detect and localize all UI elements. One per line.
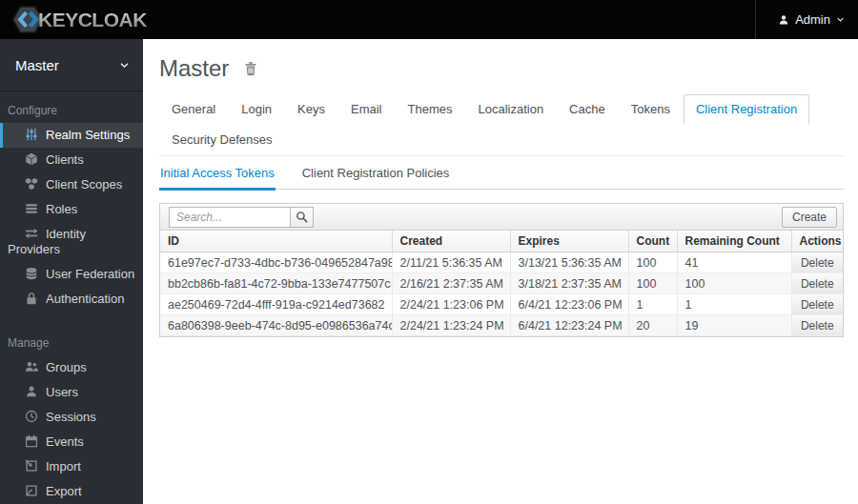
sidebar-item-export[interactable]: Export [0,479,143,504]
sidebar-item-clients[interactable]: Clients [0,148,143,172]
tab-themes[interactable]: Themes [395,94,464,125]
tab-client-registration[interactable]: Client Registration [684,94,809,125]
delete-button[interactable]: Delete [792,315,844,335]
cubes-icon [25,177,38,191]
sidebar-item-label: Client Scopes [46,177,122,192]
table-row: bb2cb86b-fa81-4c72-9bba-133e7477507c2/16… [160,273,843,294]
tab-localization[interactable]: Localization [465,94,556,125]
cell-remaining-count: 100 [677,273,791,294]
column-header-actions: Actions [791,231,843,252]
chevron-down-icon [119,60,130,71]
sidebar-item-groups[interactable]: Groups [0,355,143,380]
sidebar-item-label: Events [46,434,84,449]
sidebar-item-label: Groups [46,360,87,374]
delete-button[interactable]: Delete [792,273,844,293]
cell-remaining-count: 1 [677,294,791,315]
tab-general[interactable]: General [159,94,228,125]
column-header-id: ID [160,231,392,252]
cell-actions: Delete [791,294,843,315]
subtab-initial-access-tokens[interactable]: Initial Access Tokens [159,157,276,191]
sidebar-item-realm-settings[interactable]: Realm Settings [0,123,143,148]
sidebar-item-users[interactable]: Users [0,380,143,405]
sidebar: Master Configure Realm Settings Clients … [0,39,143,504]
table-row: 6a806398-9eeb-474c-8d95-e0986536a74c2/24… [160,315,843,336]
search-icon [296,211,308,223]
table-header-row: IDCreatedExpiresCountRemaining CountActi… [160,231,843,252]
table-row: 61e97ec7-d733-4dbc-b736-049652847a982/11… [160,252,843,273]
tab-keys[interactable]: Keys [285,94,337,125]
delete-button[interactable]: Delete [792,252,844,272]
export-icon [25,484,38,497]
column-header-remaining-count: Remaining Count [677,231,791,252]
sidebar-section: Manage Groups Users Sessions Events Impo… [0,312,143,504]
tab-login[interactable]: Login [229,94,284,125]
sidebar-item-label: Roles [46,202,77,216]
tab-tokens[interactable]: Tokens [619,94,683,125]
cell-remaining-count: 19 [677,315,791,336]
sliders-icon [25,128,38,141]
sidebar-item-client-scopes[interactable]: Client Scopes [0,172,143,197]
cell-actions: Delete [791,273,843,294]
sidebar-item-import[interactable]: Import [0,454,143,479]
sidebar-item-authentication[interactable]: Authentication [0,287,143,312]
realm-selector-label: Master [15,57,59,73]
cell-created: 2/24/21 1:23:24 PM [392,315,510,336]
sidebar-item-events[interactable]: Events [0,430,143,454]
clock-icon [25,410,38,423]
cell-id: bb2cb86b-fa81-4c72-9bba-133e7477507c [160,273,392,294]
import-icon [25,459,38,473]
sidebar-section-label-configure: Configure [0,91,143,123]
sidebar-item-roles[interactable]: Roles [0,197,143,222]
users-icon [25,360,38,373]
sidebar-nav: Configure Realm Settings Clients Client … [0,91,143,504]
sidebar-section: Configure Realm Settings Clients Client … [0,91,143,312]
sidebar-item-label: Export [46,484,82,498]
tab-email[interactable]: Email [338,94,395,125]
cell-created: 2/16/21 2:37:35 AM [392,273,510,294]
search-input[interactable] [169,207,291,228]
tab-cache[interactable]: Cache [557,94,618,125]
cell-created: 2/24/21 1:23:06 PM [392,294,510,315]
tab-security-defenses[interactable]: Security Defenses [159,125,285,155]
client-registration-subtabs: Initial Access TokensClient Registration… [159,157,844,190]
cell-count: 1 [628,294,677,315]
sidebar-item-label: User Federation [46,267,134,281]
topbar: KEYCLOAK Admin [0,0,858,39]
cell-id: ae250469-72d4-4fff-919a-c9214ed73682 [160,294,392,315]
create-button[interactable]: Create [782,207,837,228]
keycloak-logo[interactable]: KEYCLOAK [0,5,147,34]
sidebar-item-identity-providers[interactable]: Identity Providers [0,222,143,262]
sidebar-item-label: Realm Settings [46,128,130,142]
search-group [169,207,314,228]
cell-id: 61e97ec7-d733-4dbc-b736-049652847a98 [160,252,392,273]
sidebar-section-label-manage: Manage [0,312,143,355]
table-toolbar: Create [160,204,843,231]
trash-icon[interactable] [243,61,258,76]
cell-created: 2/11/21 5:36:35 AM [392,252,510,273]
sidebar-item-label: Clients [46,152,84,167]
lock-icon [25,292,38,305]
exchange-icon [25,227,38,240]
main-content: Master GeneralLoginKeysEmailThemesLocali… [143,39,858,504]
sidebar-item-label: Sessions [46,410,96,424]
calendar-icon [25,434,38,448]
column-header-expires: Expires [510,231,628,252]
sidebar-item-user-federation[interactable]: User Federation [0,262,143,287]
delete-button[interactable]: Delete [792,294,844,314]
sidebar-item-sessions[interactable]: Sessions [0,405,143,430]
cell-count: 20 [628,315,677,336]
brand-text: KEYCLOAK [38,9,147,31]
cell-count: 100 [628,273,677,294]
initial-access-tokens-panel: Create IDCreatedExpiresCountRemaining Co… [159,203,844,337]
cell-expires: 3/13/21 5:36:35 AM [510,252,628,273]
realm-tabs: GeneralLoginKeysEmailThemesLocalizationC… [159,94,844,156]
realm-selector[interactable]: Master [0,39,143,91]
admin-user-menu[interactable]: Admin [755,0,858,39]
initial-access-tokens-table: IDCreatedExpiresCountRemaining CountActi… [160,231,843,336]
subtab-client-registration-policies[interactable]: Client Registration Policies [301,157,451,191]
page-header: Master [159,55,844,82]
search-button[interactable] [290,207,314,228]
column-header-created: Created [392,231,510,252]
cell-expires: 3/18/21 2:37:35 AM [510,273,628,294]
sidebar-item-label: Users [46,385,78,399]
